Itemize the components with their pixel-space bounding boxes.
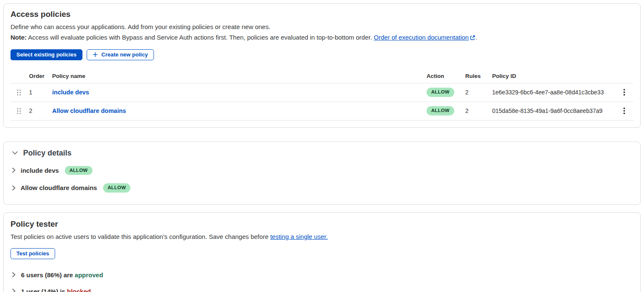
drag-handle-icon[interactable] [11,107,29,115]
create-new-policy-label: Create new policy [101,52,148,57]
column-header-policy-id: Policy ID [492,70,618,83]
policy-name-link[interactable]: Allow cloudflare domains [52,107,126,114]
result-text: 6 users (86%) are approved [21,271,103,279]
kebab-icon [623,89,625,96]
result-prefix: 1 user (14%) is [21,288,67,292]
row-order: 2 [29,107,52,114]
policy-tester-description: Test policies on active users to validat… [11,232,633,241]
header-spacer [11,73,29,80]
tester-toolbar: Test policies [11,248,633,259]
page: Access policies Define who can access yo… [0,0,644,292]
row-order: 1 [29,89,52,96]
note-text: Access will evaluate policies with Bypas… [27,34,374,41]
access-policies-card: Access policies Define who can access yo… [3,3,641,128]
policy-detail-row[interactable]: Allow cloudflare domains ALLOW [11,179,633,197]
policies-table-header: Order Policy name Action Rules Policy ID [11,70,633,83]
kebab-icon [623,107,625,114]
result-status-approved: approved [75,271,103,279]
plus-icon [93,52,98,57]
row-policy-id: 015da58e-8135-49a1-9a6f-0cc8aeeb37a9 [492,107,618,114]
column-header-rules: Rules [465,70,492,83]
chevron-down-icon [12,151,18,155]
column-header-order: Order [29,70,52,83]
chevron-right-icon [12,167,16,173]
column-header-action: Action [427,70,465,83]
note-suffix: . [475,34,477,41]
action-badge: ALLOW [65,166,93,175]
order-of-execution-link[interactable]: Order of execution documentation [374,34,469,41]
row-menu-button[interactable] [618,105,630,117]
drag-handle-icon[interactable] [11,89,29,96]
action-badge: ALLOW [103,183,131,193]
select-existing-policies-button[interactable]: Select existing policies [11,49,82,60]
policy-tester-title: Policy tester [11,220,633,229]
chevron-right-icon [12,288,16,292]
result-text: 1 user (14%) is blocked [21,288,91,292]
row-policy-id: 1e6e3329-6bc6-4ee7-aa8e-08d41c3cbe33 [492,89,618,96]
external-link-icon [470,35,475,40]
note-label: Note: [11,34,27,41]
tester-description-text: Test policies on active users to validat… [11,233,270,240]
create-new-policy-button[interactable]: Create new policy [87,49,154,60]
tester-result-row[interactable]: 1 user (14%) is blocked [11,283,633,292]
row-rules-count: 2 [465,107,492,114]
row-menu-button[interactable] [618,86,630,98]
access-policies-description: Define who can access your applications.… [11,22,633,32]
result-prefix: 6 users (86%) are [21,271,75,279]
tester-result-row[interactable]: 6 users (86%) are approved [11,267,633,283]
policy-name-link[interactable]: include devs [52,89,89,96]
policy-details-title: Policy details [23,149,72,158]
row-rules-count: 2 [465,89,492,96]
policy-detail-row[interactable]: include devs ALLOW [11,162,633,179]
header-spacer [618,73,633,80]
access-policies-note: Note: Access will evaluate policies with… [11,32,633,42]
policy-details-toggle[interactable]: Policy details [11,149,633,158]
table-row: 1 include devs ALLOW 2 1e6e3329-6bc6-4ee… [11,83,633,102]
chevron-right-icon [12,185,16,191]
policy-details-card: Policy details include devs ALLOW Allow … [3,142,641,205]
chevron-right-icon [12,272,16,278]
policy-tester-card: Policy tester Test policies on active us… [3,212,641,292]
policy-actions-toolbar: Select existing policies Create new poli… [11,49,633,60]
policy-detail-name: include devs [21,167,59,174]
testing-single-user-link[interactable]: testing a single user. [270,233,328,240]
action-badge: ALLOW [427,106,454,115]
page-title: Access policies [11,10,633,19]
action-badge: ALLOW [427,88,454,97]
policy-detail-name: Allow cloudflare domains [21,184,97,191]
policies-table: Order Policy name Action Rules Policy ID… [11,70,633,121]
test-policies-button[interactable]: Test policies [11,248,55,259]
table-row: 2 Allow cloudflare domains ALLOW 2 015da… [11,102,633,121]
column-header-policy-name: Policy name [52,70,427,83]
result-status-blocked: blocked [67,288,91,292]
